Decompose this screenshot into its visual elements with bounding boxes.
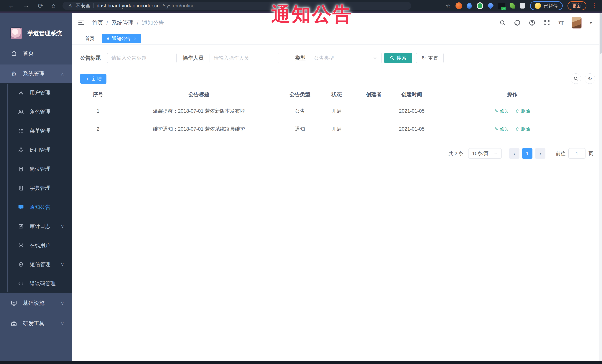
plus-icon: ＋ bbox=[85, 76, 90, 82]
sidebar-item-notice[interactable]: 通知公告 bbox=[0, 198, 72, 217]
window-theme-strip bbox=[0, 11, 602, 13]
url-path: /system/notice bbox=[163, 3, 195, 9]
sidebar-item-sms[interactable]: 短信管理 ∨ bbox=[0, 255, 72, 274]
profile-paused-chip[interactable]: 已暂停 bbox=[530, 1, 563, 10]
user-avatar[interactable] bbox=[572, 17, 582, 29]
page-scrollbar[interactable] bbox=[599, 13, 602, 361]
browser-nav: ← → ⟳ ⌂ bbox=[0, 2, 55, 10]
type-select[interactable]: 公告类型 bbox=[310, 53, 382, 63]
pagination: 共 2 条 10条/页 ‹ 1 › 前往 页 bbox=[448, 148, 593, 159]
sidebar-item-home[interactable]: 首页 bbox=[0, 44, 72, 63]
col-created: 创建时间 bbox=[392, 91, 431, 98]
goto-page-input[interactable] bbox=[569, 148, 585, 159]
sidebar-item-users[interactable]: 用户管理 bbox=[0, 83, 72, 102]
sidebar-item-dictionary[interactable]: 字典管理 bbox=[0, 178, 72, 198]
reload-icon[interactable]: ⟳ bbox=[38, 2, 43, 10]
home-icon[interactable]: ⌂ bbox=[52, 2, 56, 10]
browser-toolbar: ← → ⟳ ⌂ ⚠ 不安全 dashboard.yudao.iocoder.cn… bbox=[0, 0, 602, 11]
col-title: 公告标题 bbox=[116, 91, 282, 98]
dashboard-icon bbox=[11, 50, 17, 57]
page-header: 首页 / 系统管理 / 通知公告 TT ▾ bbox=[72, 13, 599, 33]
emoji-avatar-icon bbox=[535, 3, 541, 9]
extension-switch-icon[interactable]: on bbox=[498, 3, 505, 9]
cell-title: 维护通知：2018-07-01 若依系统凌晨维护 bbox=[116, 126, 282, 132]
fullscreen-icon[interactable] bbox=[544, 20, 550, 26]
operator-filter-input[interactable] bbox=[210, 53, 279, 63]
prev-page-button[interactable]: ‹ bbox=[509, 148, 519, 159]
title-filter-input[interactable] bbox=[107, 53, 177, 63]
extension-gem-icon[interactable] bbox=[487, 2, 494, 9]
collapse-sidebar-icon[interactable] bbox=[77, 19, 85, 27]
help-icon[interactable] bbox=[529, 20, 535, 26]
forward-icon[interactable]: → bbox=[23, 2, 29, 10]
scrollbar-thumb[interactable] bbox=[600, 13, 602, 54]
warning-icon: ⚠ bbox=[68, 3, 73, 9]
page-size-select[interactable]: 10条/页 bbox=[468, 148, 502, 159]
sidebar-item-menus[interactable]: 菜单管理 bbox=[0, 121, 72, 140]
total-count: 共 2 条 bbox=[448, 150, 463, 157]
next-page-button[interactable]: › bbox=[535, 148, 545, 159]
reset-button[interactable]: ↻ 重置 bbox=[416, 53, 444, 63]
badge-icon bbox=[18, 166, 24, 172]
chevron-down-icon: ∨ bbox=[61, 261, 64, 267]
title-filter-label: 公告标题 bbox=[80, 54, 101, 62]
tab-notice[interactable]: 通知公告 × bbox=[102, 34, 141, 43]
refresh-icon: ↻ bbox=[588, 76, 592, 82]
sidebar: 芋道管理系统 首页 ⚙ 系统管理 ∧ 用户管理 角 bbox=[0, 11, 72, 361]
cell-status: 开启 bbox=[318, 108, 355, 114]
shield-check-icon bbox=[18, 261, 24, 268]
toggle-search-button[interactable] bbox=[571, 73, 581, 84]
sidebar-item-dev-tools[interactable]: 研发工具 ∨ bbox=[0, 313, 72, 334]
sidebar-logo[interactable]: 芋道管理系统 bbox=[11, 27, 62, 39]
sidebar-item-posts[interactable]: 岗位管理 bbox=[0, 159, 72, 178]
url-bar[interactable]: ⚠ 不安全 dashboard.yudao.iocoder.cn /system… bbox=[63, 2, 411, 10]
edit-link[interactable]: ✎ 修改 bbox=[494, 108, 509, 114]
toolbox-icon bbox=[11, 320, 17, 327]
extension-leaf-icon[interactable] bbox=[510, 3, 515, 9]
back-icon[interactable]: ← bbox=[8, 2, 14, 10]
search-icon[interactable] bbox=[499, 20, 506, 26]
active-dot-icon bbox=[107, 37, 109, 40]
breadcrumb-home[interactable]: 首页 bbox=[92, 19, 103, 27]
sidebar-item-online-users[interactable]: 在线用户 bbox=[0, 236, 72, 255]
search-button[interactable]: 搜索 bbox=[384, 53, 412, 63]
refresh-table-button[interactable]: ↻ bbox=[585, 73, 595, 84]
sidebar-item-departments[interactable]: 部门管理 bbox=[0, 140, 72, 159]
sidebar-item-system[interactable]: ⚙ 系统管理 ∧ bbox=[0, 64, 72, 83]
font-size-icon[interactable]: TT bbox=[559, 20, 563, 26]
extensions-puzzle-icon[interactable] bbox=[520, 3, 525, 9]
sidebar-item-audit-log[interactable]: 审计日志 ∨ bbox=[0, 217, 72, 236]
paused-label: 已暂停 bbox=[544, 3, 558, 9]
bookmark-star-icon[interactable]: ☆ bbox=[446, 3, 451, 9]
goto-label: 前往 bbox=[556, 150, 565, 157]
tab-home[interactable]: 首页 bbox=[80, 34, 99, 43]
browser-menu-icon[interactable]: ⋮ bbox=[591, 4, 597, 7]
delete-link[interactable]: 删除 bbox=[516, 108, 530, 114]
extension-orange-icon[interactable] bbox=[455, 2, 462, 9]
breadcrumb-section[interactable]: 系统管理 bbox=[111, 19, 134, 27]
cell-status: 开启 bbox=[318, 126, 355, 132]
sidebar-item-roles[interactable]: 角色管理 bbox=[0, 102, 72, 121]
edit-link[interactable]: ✎ 修改 bbox=[494, 126, 509, 132]
gear-icon: ⚙ bbox=[11, 70, 17, 77]
sidebar-item-infrastructure[interactable]: 基础设施 ∨ bbox=[0, 293, 72, 313]
sidebar-item-error-codes[interactable]: 错误码管理 bbox=[0, 274, 72, 293]
delete-link[interactable]: 删除 bbox=[516, 126, 530, 132]
cell-no: 2 bbox=[80, 126, 116, 132]
window-bottom-edge bbox=[0, 361, 602, 364]
chevron-down-icon: ∨ bbox=[61, 321, 64, 327]
avatar-caret-icon[interactable]: ▾ bbox=[590, 20, 592, 25]
extension-green-icon[interactable] bbox=[477, 2, 483, 9]
add-button[interactable]: ＋ 新增 bbox=[80, 74, 107, 84]
close-tab-icon[interactable]: × bbox=[134, 36, 136, 41]
trash-icon bbox=[516, 109, 519, 113]
current-page-button[interactable]: 1 bbox=[522, 148, 532, 159]
chevron-down-icon bbox=[373, 56, 377, 60]
col-creator: 创建者 bbox=[355, 91, 392, 98]
org-tree-icon bbox=[18, 147, 24, 153]
cell-created: 2021-01-05 bbox=[392, 126, 431, 132]
update-button[interactable]: 更新 bbox=[568, 1, 586, 10]
extension-drop-icon[interactable] bbox=[467, 3, 472, 9]
search-icon bbox=[390, 56, 394, 60]
github-icon[interactable] bbox=[514, 20, 521, 26]
